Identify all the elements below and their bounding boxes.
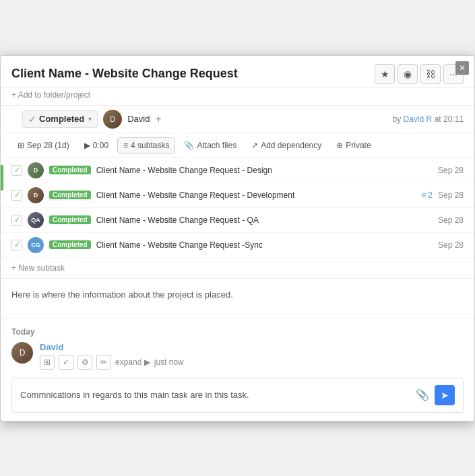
subtasks-icon: ≡ [123,141,128,150]
grid-icon[interactable]: ⊞ [40,355,55,370]
title-bar: Client Name - Website Change Request ★ ◉… [1,56,474,88]
activity-timestamp: just now [154,358,184,367]
table-row: ✓ QA Completed Client Name - Website Cha… [1,208,474,233]
subtask-title[interactable]: Client Name - Website Change Request -Sy… [96,240,433,250]
activity-content: David ⊞ ✓ ⚙ ✏ expand ▶ just now [40,342,464,370]
assignee-name: David [127,114,150,124]
description-text: Here is where the information about the … [11,290,233,300]
status-bar: ✓ Completed ▾ D David + by David R at 20… [1,105,474,133]
activity-user-link[interactable]: David [40,342,464,352]
subtask-date: Sep 28 [438,166,464,175]
send-comment-button[interactable]: ➤ [435,385,455,405]
description-section: Here is where the information about the … [1,279,474,319]
status-dropdown[interactable]: ✓ Completed ▾ [22,110,98,128]
link-button[interactable]: ⛓ [420,64,441,84]
dependency-icon: ↗ [251,141,258,150]
by-user-link[interactable]: David R [404,114,433,124]
status-badge: Completed [49,240,91,249]
attach-label: Attach files [197,141,236,150]
avatar: CG [28,237,44,253]
chevron-down-icon: ▾ [88,115,92,123]
feed-icon: ◉ [404,69,412,79]
table-row: ✓ D Completed Client Name - Website Chan… [1,183,474,208]
check-icon[interactable]: ✓ [59,355,73,370]
dependency-label: Add dependency [261,141,321,150]
private-button[interactable]: ⊕ Private [330,137,377,154]
comment-box: Commnications in regards to this main ta… [11,378,464,413]
subtasks-section: ✓ D Completed Client Name - Website Chan… [1,158,474,258]
attach-icon: 📎 [184,141,194,150]
modal-title: Client Name - Website Change Request [11,67,238,81]
subtask-title[interactable]: Client Name - Website Change Request - Q… [96,215,433,225]
new-subtask-button[interactable]: + New subtask [1,258,474,279]
close-button[interactable]: ✕ [455,61,469,75]
subtasks-label: 4 subtasks [131,141,169,150]
activity-date: Today [11,327,464,337]
edit-icon[interactable]: ✏ [96,355,111,370]
time-label: 0:00 [93,141,108,150]
subtask-checkbox-1[interactable]: ✓ [11,165,22,176]
calendar-icon: ⊞ [18,141,24,150]
status-badge: Completed [49,191,91,199]
subtask-date: Sep 28 [438,215,464,225]
subtask-date: Sep 28 [438,240,464,250]
link-icon: ⛓ [426,69,435,79]
add-dependency-button[interactable]: ↗ Add dependency [245,137,327,154]
attach-comment-button[interactable]: 📎 [416,388,429,401]
title-actions: ★ ◉ ⛓ ··· [375,64,464,84]
assignee-avatar[interactable]: D [103,110,122,129]
people-icon[interactable]: ⚙ [77,355,92,370]
feed-button[interactable]: ◉ [398,64,418,84]
avatar: QA [28,212,44,228]
status-green-bar [1,165,3,191]
subtask-title[interactable]: Client Name - Website Change Request - D… [96,166,433,175]
avatar: D [28,162,44,178]
date-label: Sep 28 (1d) [27,141,69,150]
avatar: D [28,187,44,203]
attach-files-button[interactable]: 📎 Attach files [178,137,243,154]
activity-item: D David ⊞ ✓ ⚙ ✏ expand ▶ just now [11,342,464,370]
by-info: by David R at 20:11 [393,114,464,124]
timer-button[interactable]: ▶ 0:00 [78,137,115,154]
table-row: ✓ D Completed Client Name - Website Chan… [1,158,474,183]
add-folder-link[interactable]: + Add to folder/project [1,88,474,105]
subtask-checkbox-3[interactable]: ✓ [11,215,22,226]
subtask-title[interactable]: Client Name - Website Change Request - D… [96,191,416,200]
send-icon: ➤ [441,390,449,401]
expand-button[interactable]: expand ▶ [115,358,150,367]
private-icon: ⊕ [336,141,343,150]
status-label: Completed [39,114,84,124]
private-label: Private [346,141,371,150]
add-assignee-button[interactable]: + [155,113,161,125]
modal-container: ✕ Client Name - Website Change Request ★… [0,55,475,421]
subtask-count[interactable]: ≡ 2 [421,191,433,200]
toolbar: ⊞ Sep 28 (1d) ▶ 0:00 ≡ 4 subtasks 📎 Atta… [1,133,474,158]
star-icon: ★ [381,69,389,79]
subtask-checkbox-4[interactable]: ✓ [11,240,22,250]
table-row: ✓ CG Completed Client Name - Website Cha… [1,233,474,258]
comment-text: Commnications in regards to this main ta… [20,390,410,400]
status-badge: Completed [49,215,91,224]
title-bar-left: Client Name - Website Change Request [11,67,238,81]
check-icon: ✓ [28,114,36,125]
subtask-checkbox-2[interactable]: ✓ [11,190,22,201]
activity-avatar: D [11,342,33,364]
date-button[interactable]: ⊞ Sep 28 (1d) [11,137,75,154]
activity-section: Today D David ⊞ ✓ ⚙ ✏ expand ▶ just now [1,319,474,370]
play-icon: ▶ [84,141,90,150]
status-badge: Completed [49,166,91,174]
subtask-date: Sep 28 [438,191,464,200]
star-button[interactable]: ★ [375,64,395,84]
activity-icons-row: ⊞ ✓ ⚙ ✏ expand ▶ just now [40,355,464,370]
subtasks-button[interactable]: ≡ 4 subtasks [117,137,175,154]
